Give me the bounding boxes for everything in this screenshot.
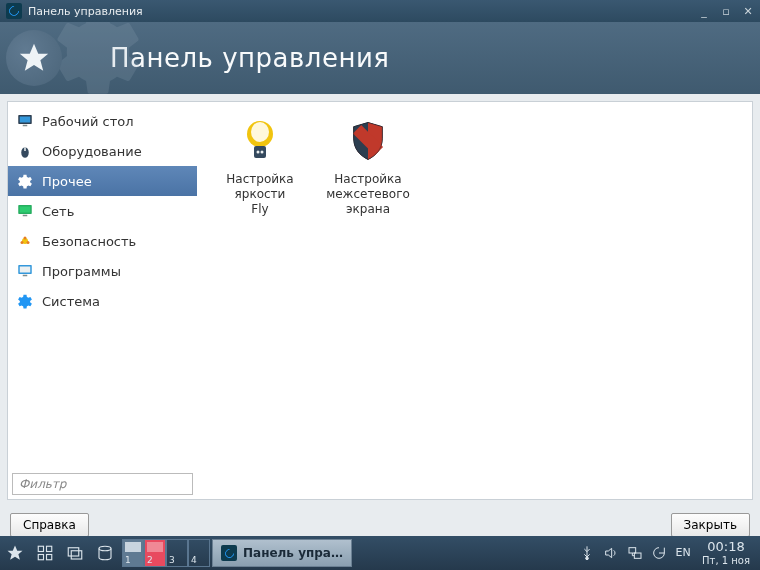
workspace-4[interactable]: 4 [188, 539, 210, 567]
window-controls: _ ▫ ✕ [698, 5, 754, 17]
taskbar-app-button[interactable]: Панель упра... [212, 539, 352, 567]
filter-input[interactable] [12, 473, 193, 495]
updates-tray-icon[interactable] [648, 542, 670, 564]
svg-rect-25 [68, 548, 79, 556]
svg-rect-26 [71, 551, 82, 559]
sidebar-item-network[interactable]: Сеть [8, 196, 197, 226]
files-button[interactable] [90, 536, 120, 570]
task-view-button[interactable] [30, 536, 60, 570]
volume-tray-icon[interactable] [600, 542, 622, 564]
sidebar-item-label: Система [42, 294, 100, 309]
filter-wrap [8, 469, 197, 499]
svg-rect-14 [23, 275, 28, 277]
sidebar-item-label: Сеть [42, 204, 74, 219]
sidebar-item-label: Безопасность [42, 234, 136, 249]
monitor-icon [16, 262, 34, 280]
sidebar-item-label: Прочее [42, 174, 92, 189]
svg-point-18 [257, 151, 260, 154]
svg-rect-23 [38, 555, 43, 560]
close-button[interactable]: Закрыть [671, 513, 750, 537]
svg-rect-30 [634, 553, 641, 558]
usb-tray-icon[interactable] [576, 542, 598, 564]
svg-point-28 [586, 557, 589, 560]
sidebar-item-programs[interactable]: Программы [8, 256, 197, 286]
windows-button[interactable] [60, 536, 90, 570]
sidebar-item-other[interactable]: Прочее [8, 166, 197, 196]
svg-point-19 [261, 151, 264, 154]
tile-brightness[interactable]: Настройка яркости Fly [210, 112, 310, 221]
svg-rect-22 [47, 546, 52, 551]
svg-rect-7 [23, 215, 28, 217]
clock-time: 00:18 [702, 540, 750, 554]
sidebar-item-label: Рабочий стол [42, 114, 133, 129]
taskbar-clock[interactable]: 00:18 Пт, 1 ноя [696, 540, 756, 565]
window-titlebar: Панель управления _ ▫ ✕ [0, 0, 760, 22]
tile-label: Настройка межсетевого экрана [322, 172, 414, 217]
gear-icon [16, 172, 34, 190]
cog-icon [16, 292, 34, 310]
svg-rect-29 [629, 548, 636, 553]
svg-point-9 [24, 237, 27, 240]
lock-icon [16, 232, 34, 250]
svg-rect-6 [20, 207, 31, 213]
task-app-label: Панель упра... [243, 546, 343, 560]
gear-bg-decoration [48, 22, 148, 94]
svg-rect-24 [47, 555, 52, 560]
shield-icon [343, 116, 393, 166]
task-app-icon [221, 545, 237, 561]
main-content: Рабочий стол Оборудование Прочее Сеть Бе… [7, 101, 753, 500]
network-tray-icon[interactable] [624, 542, 646, 564]
clock-date: Пт, 1 ноя [702, 555, 750, 566]
window-title: Панель управления [28, 5, 698, 18]
mouse-icon [16, 142, 34, 160]
svg-point-11 [27, 241, 30, 244]
minimize-button[interactable]: _ [698, 5, 710, 17]
svg-point-10 [21, 241, 24, 244]
svg-rect-17 [254, 146, 266, 158]
sidebar-item-hardware[interactable]: Оборудование [8, 136, 197, 166]
close-window-button[interactable]: ✕ [742, 5, 754, 17]
taskbar: 1 2 3 4 Панель упра... EN 00:18 Пт, 1 но… [0, 536, 760, 570]
svg-rect-2 [23, 125, 28, 127]
svg-point-16 [251, 122, 269, 142]
window-app-icon [6, 3, 22, 19]
sidebar-item-system[interactable]: Система [8, 286, 197, 316]
workspace-2[interactable]: 2 [144, 539, 166, 567]
page-title: Панель управления [110, 43, 389, 73]
svg-rect-13 [20, 267, 31, 273]
start-menu-button[interactable] [0, 536, 30, 570]
sidebar-item-security[interactable]: Безопасность [8, 226, 197, 256]
bulb-icon [235, 116, 285, 166]
network-icon [16, 202, 34, 220]
sidebar-item-desktop[interactable]: Рабочий стол [8, 106, 197, 136]
tile-label: Настройка яркости Fly [214, 172, 306, 217]
tile-pane: Настройка яркости Fly [198, 102, 752, 499]
help-button[interactable]: Справка [10, 513, 89, 537]
svg-point-27 [99, 546, 111, 551]
tile-firewall[interactable]: Настройка межсетевого экрана [318, 112, 418, 221]
system-tray: EN 00:18 Пт, 1 ноя [576, 540, 760, 565]
svg-rect-4 [24, 147, 26, 151]
workspace-switcher: 1 2 3 4 [122, 539, 210, 567]
workspace-1[interactable]: 1 [122, 539, 144, 567]
svg-rect-1 [20, 117, 31, 123]
header-banner: Панель управления [0, 22, 760, 94]
sidebar-item-label: Оборудование [42, 144, 142, 159]
category-sidebar: Рабочий стол Оборудование Прочее Сеть Бе… [8, 102, 198, 499]
header-star-icon [6, 30, 62, 86]
workspace-3[interactable]: 3 [166, 539, 188, 567]
svg-rect-21 [38, 546, 43, 551]
desktop-icon [16, 112, 34, 130]
category-list: Рабочий стол Оборудование Прочее Сеть Бе… [8, 102, 197, 469]
maximize-button[interactable]: ▫ [720, 5, 732, 17]
keyboard-layout-indicator[interactable]: EN [672, 542, 694, 564]
sidebar-item-label: Программы [42, 264, 121, 279]
